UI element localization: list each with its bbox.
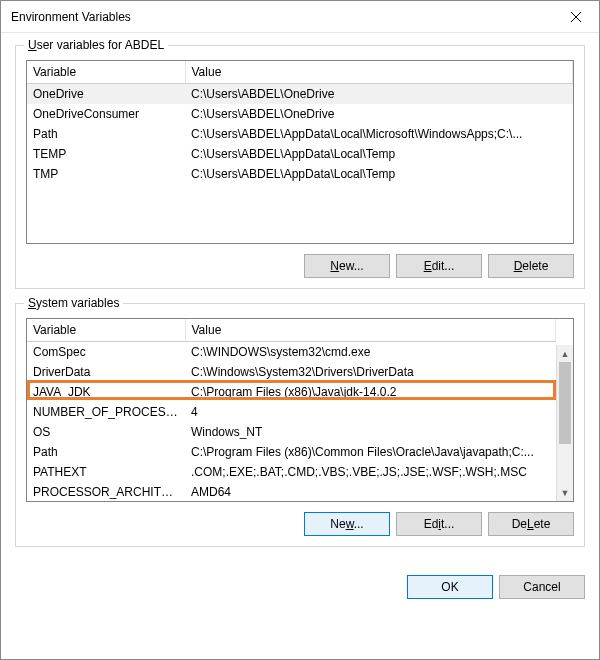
- table-row[interactable]: OSWindows_NT: [27, 422, 556, 442]
- table-row[interactable]: DriverDataC:\Windows\System32\Drivers\Dr…: [27, 362, 556, 382]
- table-row[interactable]: NUMBER_OF_PROCESSORS4: [27, 402, 556, 422]
- scroll-thumb[interactable]: [559, 362, 571, 444]
- system-variables-list[interactable]: Variable Value ComSpecC:\WINDOWS\system3…: [26, 318, 574, 502]
- variable-value: C:\Program Files (x86)\Java\jdk-14.0.2: [185, 382, 556, 402]
- variable-value: C:\WINDOWS\system32\cmd.exe: [185, 342, 556, 363]
- system-scrollbar[interactable]: ▲ ▼: [556, 345, 573, 501]
- variable-name: Path: [27, 442, 185, 462]
- variable-name: OneDrive: [27, 84, 185, 105]
- system-buttons-row: New... Edit... DeLete: [26, 512, 574, 536]
- variable-value: C:\Users\ABDEL\OneDrive: [185, 84, 573, 105]
- close-icon: [571, 12, 581, 22]
- variable-name: OneDriveConsumer: [27, 104, 185, 124]
- user-variables-list[interactable]: Variable Value OneDriveC:\Users\ABDEL\On…: [26, 60, 574, 244]
- system-variables-table: Variable Value ComSpecC:\WINDOWS\system3…: [27, 319, 556, 502]
- table-row[interactable]: TMPC:\Users\ABDEL\AppData\Local\Temp: [27, 164, 573, 184]
- variable-name: OS: [27, 422, 185, 442]
- table-row[interactable]: PROCESSOR_ARCHITECTU...AMD64: [27, 482, 556, 502]
- window-title: Environment Variables: [11, 10, 131, 24]
- ok-button[interactable]: OK: [407, 575, 493, 599]
- variable-value: 4: [185, 402, 556, 422]
- variable-value: AMD64: [185, 482, 556, 502]
- variable-value: C:\Users\ABDEL\AppData\Local\Temp: [185, 164, 573, 184]
- variable-name: PATHEXT: [27, 462, 185, 482]
- variable-value: C:\Windows\System32\Drivers\DriverData: [185, 362, 556, 382]
- variable-name: TMP: [27, 164, 185, 184]
- table-row[interactable]: ComSpecC:\WINDOWS\system32\cmd.exe: [27, 342, 556, 363]
- variable-value: C:\Users\ABDEL\AppData\Local\Temp: [185, 144, 573, 164]
- user-edit-button[interactable]: Edit...: [396, 254, 482, 278]
- user-new-button[interactable]: New...: [304, 254, 390, 278]
- system-edit-button[interactable]: Edit...: [396, 512, 482, 536]
- user-variables-table: Variable Value OneDriveC:\Users\ABDEL\On…: [27, 61, 573, 184]
- user-variables-label: User variables for ABDEL: [24, 38, 168, 52]
- table-row[interactable]: PathC:\Program Files (x86)\Common Files\…: [27, 442, 556, 462]
- variable-name: JAVA_JDK: [27, 382, 185, 402]
- column-header-value[interactable]: Value: [185, 319, 556, 342]
- scroll-up-arrow-icon[interactable]: ▲: [557, 345, 573, 362]
- system-variables-group: System variables Variable Value ComSpecC…: [15, 303, 585, 547]
- variable-value: C:\Program Files (x86)\Common Files\Orac…: [185, 442, 556, 462]
- variable-name: PROCESSOR_ARCHITECTU...: [27, 482, 185, 502]
- scroll-down-arrow-icon[interactable]: ▼: [557, 484, 573, 501]
- dialog-footer: OK Cancel: [1, 575, 599, 613]
- variable-value: C:\Users\ABDEL\AppData\Local\Microsoft\W…: [185, 124, 573, 144]
- table-row[interactable]: OneDriveC:\Users\ABDEL\OneDrive: [27, 84, 573, 105]
- system-delete-button[interactable]: DeLete: [488, 512, 574, 536]
- cancel-button[interactable]: Cancel: [499, 575, 585, 599]
- user-delete-button[interactable]: Delete: [488, 254, 574, 278]
- variable-name: TEMP: [27, 144, 185, 164]
- variable-name: DriverData: [27, 362, 185, 382]
- variable-value: .COM;.EXE;.BAT;.CMD;.VBS;.VBE;.JS;.JSE;.…: [185, 462, 556, 482]
- title-bar: Environment Variables: [1, 1, 599, 33]
- variable-value: Windows_NT: [185, 422, 556, 442]
- table-row[interactable]: OneDriveConsumerC:\Users\ABDEL\OneDrive: [27, 104, 573, 124]
- user-buttons-row: New... Edit... Delete: [26, 254, 574, 278]
- user-variables-group: User variables for ABDEL Variable Value …: [15, 45, 585, 289]
- column-header-variable[interactable]: Variable: [27, 319, 185, 342]
- variable-name: ComSpec: [27, 342, 185, 363]
- close-button[interactable]: [553, 1, 599, 33]
- system-variables-label: System variables: [24, 296, 123, 310]
- column-header-value[interactable]: Value: [185, 61, 573, 84]
- table-row[interactable]: PATHEXT.COM;.EXE;.BAT;.CMD;.VBS;.VBE;.JS…: [27, 462, 556, 482]
- table-row[interactable]: JAVA_JDKC:\Program Files (x86)\Java\jdk-…: [27, 382, 556, 402]
- variable-name: NUMBER_OF_PROCESSORS: [27, 402, 185, 422]
- table-row[interactable]: PathC:\Users\ABDEL\AppData\Local\Microso…: [27, 124, 573, 144]
- dialog-content: User variables for ABDEL Variable Value …: [1, 33, 599, 575]
- table-row[interactable]: TEMPC:\Users\ABDEL\AppData\Local\Temp: [27, 144, 573, 164]
- variable-name: Path: [27, 124, 185, 144]
- variable-value: C:\Users\ABDEL\OneDrive: [185, 104, 573, 124]
- system-new-button[interactable]: New...: [304, 512, 390, 536]
- column-header-variable[interactable]: Variable: [27, 61, 185, 84]
